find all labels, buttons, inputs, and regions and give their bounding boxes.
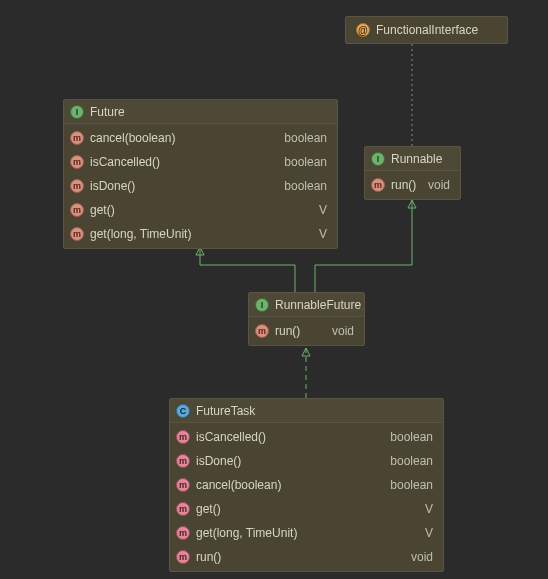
class-title: RunnableFuture: [275, 298, 361, 312]
interface-icon: I: [371, 152, 385, 166]
annotation-functionalinterface: @ FunctionalInterface: [345, 16, 508, 44]
class-box-runnablefuture: I RunnableFuture mrun()void: [248, 292, 365, 346]
member-row: mrun()void: [170, 545, 443, 569]
class-box-future: I Future mcancel(boolean)boolean misCanc…: [63, 99, 338, 249]
class-header-runnable: I Runnable: [365, 147, 460, 171]
class-body-runnablefuture: mrun()void: [249, 317, 364, 345]
method-icon: m: [176, 550, 190, 564]
member-row: mcancel(boolean)boolean: [170, 473, 443, 497]
method-icon: m: [70, 203, 84, 217]
member-row: mrun()void: [249, 319, 364, 343]
member-row: mget(long, TimeUnit)V: [64, 222, 337, 246]
member-row: misDone()boolean: [64, 174, 337, 198]
member-row: mcancel(boolean)boolean: [64, 126, 337, 150]
member-row: mget(long, TimeUnit)V: [170, 521, 443, 545]
interface-icon: I: [255, 298, 269, 312]
method-icon: m: [70, 179, 84, 193]
method-icon: m: [70, 227, 84, 241]
member-row: mget()V: [64, 198, 337, 222]
class-body-futuretask: misCancelled()boolean misDone()boolean m…: [170, 423, 443, 571]
annotation-icon: @: [356, 23, 370, 37]
class-title: FutureTask: [196, 404, 255, 418]
method-icon: m: [255, 324, 269, 338]
member-row: misCancelled()boolean: [64, 150, 337, 174]
method-icon: m: [176, 454, 190, 468]
method-icon: m: [70, 155, 84, 169]
interface-icon: I: [70, 105, 84, 119]
class-header-futuretask: C FutureTask: [170, 399, 443, 423]
method-icon: m: [70, 131, 84, 145]
member-row: mget()V: [170, 497, 443, 521]
annotation-label: FunctionalInterface: [376, 23, 478, 37]
class-box-futuretask: C FutureTask misCancelled()boolean misDo…: [169, 398, 444, 572]
method-icon: m: [176, 526, 190, 540]
class-box-runnable: I Runnable mrun()void: [364, 146, 461, 200]
class-icon: C: [176, 404, 190, 418]
class-body-runnable: mrun()void: [365, 171, 460, 199]
class-header-future: I Future: [64, 100, 337, 124]
method-icon: m: [371, 178, 385, 192]
class-body-future: mcancel(boolean)boolean misCancelled()bo…: [64, 124, 337, 248]
member-row: misCancelled()boolean: [170, 425, 443, 449]
member-row: misDone()boolean: [170, 449, 443, 473]
class-title: Future: [90, 105, 125, 119]
class-header-runnablefuture: I RunnableFuture: [249, 293, 364, 317]
method-icon: m: [176, 478, 190, 492]
class-title: Runnable: [391, 152, 442, 166]
member-row: mrun()void: [365, 173, 460, 197]
method-icon: m: [176, 502, 190, 516]
method-icon: m: [176, 430, 190, 444]
